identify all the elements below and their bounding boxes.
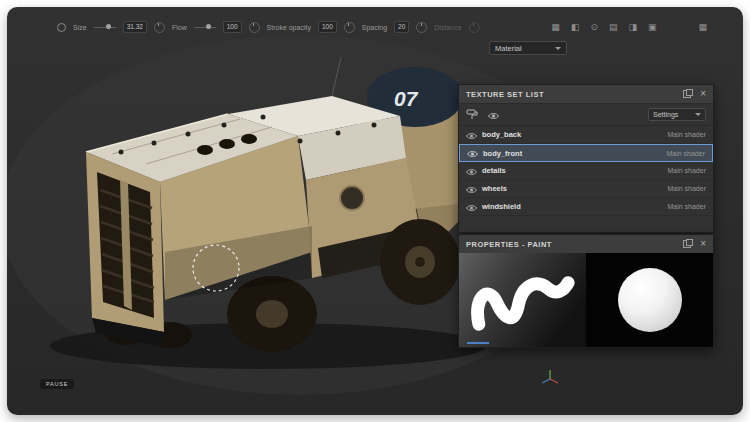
size-label: Size: [73, 24, 87, 31]
visibility-eye-icon[interactable]: [466, 162, 477, 180]
texture-set-list-title: TEXTURE SET LIST: [466, 90, 683, 99]
shader-label: Main shader: [667, 131, 706, 138]
shader-label: Main shader: [667, 167, 706, 174]
screenshot-frame: 07: [0, 0, 750, 422]
brush-toolbar: Size 31.32 Flow 100 Stroke opacity 100 S…: [7, 16, 743, 38]
visibility-eye-icon[interactable]: [466, 198, 477, 216]
texture-set-rows: body_back Main shader body_front Main sh…: [459, 126, 713, 216]
properties-title: PROPERTIES - PAINT: [466, 240, 683, 249]
size-slider[interactable]: [94, 27, 116, 28]
visibility-eye-icon[interactable]: [467, 144, 478, 162]
symmetry-icon[interactable]: ▦: [551, 23, 560, 32]
material-dropdown-label: Material: [495, 44, 522, 53]
size-knob[interactable]: [154, 22, 165, 33]
settings-dropdown[interactable]: Settings: [648, 108, 706, 121]
undock-icon[interactable]: [683, 90, 691, 98]
spacing-value[interactable]: 20: [394, 21, 409, 33]
camera-icon[interactable]: ⊙: [590, 23, 598, 32]
chevron-down-icon: [555, 47, 561, 50]
close-icon[interactable]: ×: [700, 89, 706, 99]
shader-label: Main shader: [667, 203, 706, 210]
brush-stroke-squiggle: [459, 253, 586, 347]
undock-icon[interactable]: [683, 240, 691, 248]
display-mode-icon[interactable]: ▤: [609, 23, 618, 32]
stroke-opacity-knob[interactable]: [344, 22, 355, 33]
distance-label: Distance: [434, 24, 461, 31]
visibility-eye-icon[interactable]: [466, 126, 477, 144]
texture-set-row[interactable]: windshield Main shader: [459, 198, 713, 216]
visibility-toggle-icon[interactable]: [488, 106, 499, 124]
chevron-down-icon: [695, 113, 701, 116]
texture-set-list-toolbar: Settings: [459, 104, 713, 126]
properties-header: PROPERTIES - PAINT ×: [459, 235, 713, 254]
texture-set-name: wheels: [482, 184, 507, 193]
texture-set-name: windshield: [482, 202, 521, 211]
perspective-toggle-icon[interactable]: ◧: [571, 23, 580, 32]
distance-knob[interactable]: [469, 22, 480, 33]
flow-slider[interactable]: [194, 27, 216, 28]
texture-set-row[interactable]: wheels Main shader: [459, 180, 713, 198]
close-icon[interactable]: ×: [700, 239, 706, 249]
shader-label: Main shader: [666, 150, 705, 157]
shader-label: Main shader: [667, 185, 706, 192]
brush-stroke-preview[interactable]: [459, 253, 586, 347]
stroke-opacity-value[interactable]: 100: [318, 21, 337, 33]
viewport-settings-icon[interactable]: ▣: [648, 23, 657, 32]
texture-set-name: body_front: [483, 149, 522, 158]
brush-tip-icon[interactable]: [57, 23, 66, 32]
texture-set-name: body_back: [482, 130, 521, 139]
app-window: 07: [7, 7, 743, 415]
properties-body: [459, 253, 713, 347]
flow-knob[interactable]: [249, 22, 260, 33]
flow-value[interactable]: 100: [223, 21, 242, 33]
paint-roller-icon[interactable]: [466, 106, 478, 124]
texture-set-row[interactable]: body_back Main shader: [459, 126, 713, 144]
material-dropdown[interactable]: Material: [489, 41, 567, 55]
shader-mode-icon[interactable]: ◨: [628, 23, 637, 32]
scroll-indicator[interactable]: [467, 342, 489, 344]
settings-dropdown-label: Settings: [653, 111, 678, 118]
material-sphere: [618, 268, 682, 332]
axis-gizmo[interactable]: [539, 367, 561, 389]
model-number-badge: 07: [394, 87, 419, 110]
dock-layout-icon[interactable]: ▦: [698, 23, 707, 32]
texture-set-list-header: TEXTURE SET LIST ×: [459, 85, 713, 104]
texture-set-name: details: [482, 166, 506, 175]
spacing-label: Spacing: [362, 24, 387, 31]
texture-set-row[interactable]: body_front Main shader: [459, 144, 713, 162]
size-value[interactable]: 31.32: [123, 21, 147, 33]
visibility-eye-icon[interactable]: [466, 180, 477, 198]
spacing-knob[interactable]: [416, 22, 427, 33]
properties-panel: PROPERTIES - PAINT ×: [458, 234, 714, 348]
material-sphere-preview[interactable]: [586, 253, 713, 347]
stroke-opacity-label: Stroke opacity: [267, 24, 311, 31]
flow-label: Flow: [172, 24, 187, 31]
texture-set-list-panel: TEXTURE SET LIST × Settings: [458, 84, 714, 233]
texture-set-row[interactable]: details Main shader: [459, 162, 713, 180]
status-badge: PAUSE: [40, 379, 74, 389]
